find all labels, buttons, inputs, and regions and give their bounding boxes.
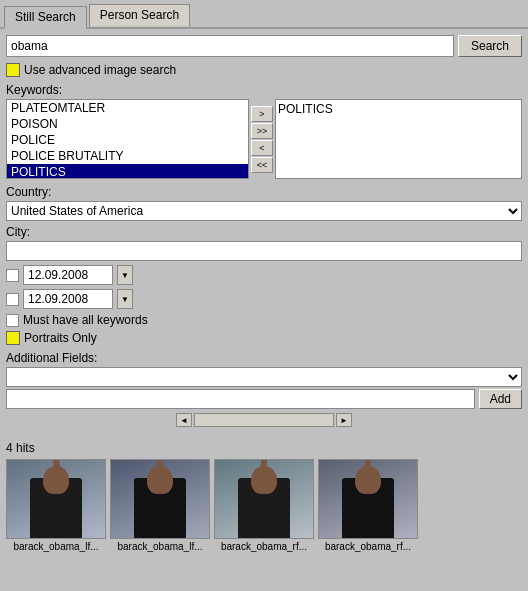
thumb-label-1: barack_obama_lf... bbox=[6, 541, 106, 552]
scroll-left[interactable]: ◄ bbox=[176, 413, 192, 427]
additional-fields-label: Additional Fields: bbox=[6, 351, 522, 365]
keywords-row: PLATEOMTALER POISON POLICE POLICE BRUTAL… bbox=[6, 99, 522, 179]
main-panel: Search Use advanced image search Keyword… bbox=[0, 29, 528, 437]
thumb-label-3: barack_obama_rf... bbox=[214, 541, 314, 552]
keyword-add-one[interactable]: > bbox=[251, 106, 273, 122]
scroll-track[interactable] bbox=[194, 413, 334, 427]
country-field: Country: United States of America bbox=[6, 185, 522, 221]
tab-still-search[interactable]: Still Search bbox=[4, 6, 87, 29]
search-input[interactable] bbox=[6, 35, 454, 57]
advanced-checkbox[interactable] bbox=[6, 63, 20, 77]
thumbnail-4[interactable]: barack_obama_rf... bbox=[318, 459, 418, 552]
keyword-arrow-buttons: > >> < << bbox=[251, 99, 273, 179]
thumb-img-3 bbox=[214, 459, 314, 539]
city-input[interactable] bbox=[6, 241, 522, 261]
must-have-row: Must have all keywords bbox=[6, 313, 522, 327]
additional-fields-section: Additional Fields: Add bbox=[6, 351, 522, 409]
thumb-img-4 bbox=[318, 459, 418, 539]
date-row-2: ▼ bbox=[6, 289, 522, 309]
results-section: 4 hits barack_obama_lf... barack_obama_l… bbox=[0, 437, 528, 552]
scroll-right[interactable]: ► bbox=[336, 413, 352, 427]
date-arrow-2[interactable]: ▼ bbox=[117, 289, 133, 309]
date-input-1[interactable] bbox=[23, 265, 113, 285]
scroll-row: ◄ ► bbox=[6, 413, 522, 427]
portraits-label: Portraits Only bbox=[24, 331, 97, 345]
keywords-label: Keywords: bbox=[6, 83, 522, 97]
tabs-bar: Still Search Person Search bbox=[0, 0, 528, 29]
country-label: Country: bbox=[6, 185, 522, 199]
country-select[interactable]: United States of America bbox=[6, 201, 522, 221]
additional-fields-select[interactable] bbox=[6, 367, 522, 387]
additional-value-input[interactable] bbox=[6, 389, 475, 409]
selected-keyword-politics: POLITICS bbox=[278, 102, 519, 116]
keyword-item-poison[interactable]: POISON bbox=[7, 116, 248, 132]
keyword-remove-one[interactable]: < bbox=[251, 140, 273, 156]
tab-person-search[interactable]: Person Search bbox=[89, 4, 190, 27]
date-row-1: ▼ bbox=[6, 265, 522, 285]
keyword-item-plateomtaler[interactable]: PLATEOMTALER bbox=[7, 100, 248, 116]
keywords-section: Keywords: PLATEOMTALER POISON POLICE POL… bbox=[6, 83, 522, 179]
city-label: City: bbox=[6, 225, 522, 239]
additional-input-row: Add bbox=[6, 389, 522, 409]
date-checkbox-1[interactable] bbox=[6, 269, 19, 282]
keyword-remove-all[interactable]: << bbox=[251, 157, 273, 173]
city-field: City: bbox=[6, 225, 522, 261]
keyword-add-all[interactable]: >> bbox=[251, 123, 273, 139]
advanced-label: Use advanced image search bbox=[24, 63, 176, 77]
must-have-checkbox[interactable] bbox=[6, 314, 19, 327]
additional-dropdown-row bbox=[6, 367, 522, 387]
portraits-row: Portraits Only bbox=[6, 331, 522, 345]
date-checkbox-2[interactable] bbox=[6, 293, 19, 306]
advanced-search-row: Use advanced image search bbox=[6, 63, 522, 77]
thumbnail-1[interactable]: barack_obama_lf... bbox=[6, 459, 106, 552]
hits-label: 4 hits bbox=[6, 441, 522, 455]
thumb-img-2 bbox=[110, 459, 210, 539]
thumb-label-4: barack_obama_rf... bbox=[318, 541, 418, 552]
must-have-label: Must have all keywords bbox=[23, 313, 148, 327]
thumbnails-row: barack_obama_lf... barack_obama_lf... ba… bbox=[6, 459, 522, 552]
thumb-img-1 bbox=[6, 459, 106, 539]
keywords-list-right[interactable]: POLITICS bbox=[275, 99, 522, 179]
thumbnail-3[interactable]: barack_obama_rf... bbox=[214, 459, 314, 552]
keywords-list-left[interactable]: PLATEOMTALER POISON POLICE POLICE BRUTAL… bbox=[6, 99, 249, 179]
portraits-checkbox[interactable] bbox=[6, 331, 20, 345]
keyword-item-politics[interactable]: POLITICS bbox=[7, 164, 248, 179]
add-button[interactable]: Add bbox=[479, 389, 522, 409]
thumb-label-2: barack_obama_lf... bbox=[110, 541, 210, 552]
search-button[interactable]: Search bbox=[458, 35, 522, 57]
keyword-item-police-brutality[interactable]: POLICE BRUTALITY bbox=[7, 148, 248, 164]
search-row: Search bbox=[6, 35, 522, 57]
keyword-item-police[interactable]: POLICE bbox=[7, 132, 248, 148]
date-arrow-1[interactable]: ▼ bbox=[117, 265, 133, 285]
date-input-2[interactable] bbox=[23, 289, 113, 309]
thumbnail-2[interactable]: barack_obama_lf... bbox=[110, 459, 210, 552]
